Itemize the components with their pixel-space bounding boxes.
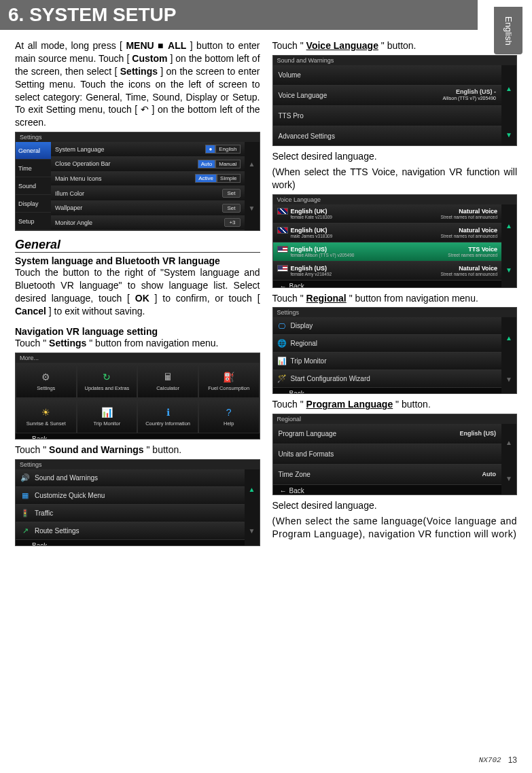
tile-calculator[interactable]: 🖩Calculator [137, 363, 198, 398]
lbl: Sunrise & Sunset [26, 421, 66, 427]
sidebar-item-sound[interactable]: Sound [16, 177, 51, 195]
row-main-menu-icons[interactable]: Main Menu Icons Active Simple [51, 172, 245, 187]
language-pill[interactable]: ● English [205, 145, 240, 154]
cancel-label: Cancel [15, 306, 46, 317]
row-advanced-settings[interactable]: Advanced Settings [273, 126, 502, 146]
screenshot-nav-more: More... ⚙Settings ↻Updates and Extras 🖩C… [15, 353, 260, 439]
opt[interactable]: Simple [217, 174, 240, 183]
opt[interactable]: Active [195, 174, 217, 183]
back-button[interactable]: Back [273, 388, 502, 394]
grid-icon: ▦ [20, 490, 31, 501]
opt[interactable]: Manual [215, 160, 240, 168]
lang-en-uk-kate[interactable]: English (UK)female Kate v218309 Natural … [273, 204, 502, 223]
detail: female Kate v218309 [291, 215, 332, 219]
scroll-up-icon[interactable]: ▲ [501, 317, 516, 359]
pill[interactable]: Auto Manual [198, 160, 241, 168]
lbl: Close Operation Bar [55, 160, 111, 167]
pill[interactable]: Active Simple [195, 174, 240, 183]
detail: female Amy v218492 [291, 272, 332, 276]
lbl: Fuel Consumption [208, 386, 249, 391]
screenshot-regional: Regional Program LanguageEnglish (US) Un… [272, 414, 518, 495]
list: 🖵Display 🌐Regional 📊Trip Monitor 🪄Start … [273, 317, 502, 394]
back-button[interactable]: Back [16, 433, 260, 439]
opt[interactable]: Auto [198, 160, 215, 168]
row-route-settings[interactable]: ↗Route Settings [16, 522, 245, 540]
txt: " button from navigation menu. [89, 338, 218, 348]
lang-en-us-amy[interactable]: English (US)female Amy v218492 Natural V… [273, 262, 502, 281]
row-voice-language[interactable]: Voice Language English (US) - Allison (T… [273, 86, 502, 106]
scroll-down-icon[interactable]: ▼ [501, 111, 516, 146]
intro-paragraph: At all mode, long press [ MENU ■ ALL ] b… [15, 39, 260, 129]
scroll-down-icon[interactable]: ▼ [501, 359, 516, 395]
scroll-up-icon[interactable]: ▲ [245, 142, 260, 186]
chart-icon: 📊 [99, 405, 114, 420]
row-tripmon[interactable]: 📊Trip Monitor [273, 353, 502, 370]
screenshot-nav-settings-list: Settings 🔊Sound and Warnings ▦Customize … [15, 459, 260, 546]
tile-sunrise[interactable]: ☀Sunrise & Sunset [16, 398, 77, 433]
lbl: Voice Language [279, 92, 327, 99]
para-tts-note: (When select the TTS Voice, navigation V… [272, 166, 518, 192]
note: Street names not announced [441, 215, 497, 219]
row-illum-color[interactable]: Illum Color Set [51, 186, 245, 201]
lbl: Display [291, 322, 313, 329]
row-close-op-bar[interactable]: Close Operation Bar Auto Manual [51, 157, 245, 172]
para-select2: Select desired language. [272, 499, 518, 512]
tile-tripmon[interactable]: 📊Trip Monitor [77, 398, 138, 433]
row-monitor-angle[interactable]: Monitor Angle +3 [51, 216, 245, 231]
tile-updates[interactable]: ↻Updates and Extras [77, 363, 138, 398]
lang-en-us-allison[interactable]: English (US)female Allison (TTS v7) v205… [273, 242, 502, 262]
tile-settings[interactable]: ⚙Settings [16, 363, 77, 398]
help-icon: ? [221, 405, 236, 420]
row-tts-pro[interactable]: TTS Pro [273, 106, 502, 126]
lbl: Help [224, 421, 234, 427]
set-button[interactable]: Set [222, 204, 240, 213]
row-customize-quick[interactable]: ▦Customize Quick Menu [16, 487, 245, 505]
txt: ] to exit without saving. [49, 306, 145, 317]
set-button[interactable]: Set [222, 189, 240, 198]
scroll-up-icon[interactable]: ▲ [245, 469, 260, 511]
row-wallpaper[interactable]: Wallpaper Set [51, 201, 245, 216]
menu-all-label: MENU ■ ALL [126, 40, 186, 51]
custom-label: Custom [132, 53, 167, 64]
route-icon: ↗ [20, 525, 31, 536]
back-button[interactable]: Back [273, 281, 502, 288]
scroll-down-icon[interactable]: ▼ [501, 248, 516, 288]
scroll-down-icon[interactable]: ▼ [245, 510, 260, 546]
lbl: TTS Pro [279, 112, 304, 120]
tile-fuel[interactable]: ⛽Fuel Consumption [198, 363, 260, 398]
list: 🔊Sound and Warnings ▦Customize Quick Men… [16, 469, 245, 546]
row-sound-warnings[interactable]: 🔊Sound and Warnings [16, 469, 245, 487]
row-traffic[interactable]: 🚦Traffic [16, 505, 245, 522]
scroll-down-icon[interactable]: ▼ [245, 186, 260, 230]
back-button[interactable]: Back [16, 540, 245, 546]
lang-en-uk-james[interactable]: English (UK)male James v318309 Natural V… [273, 223, 502, 242]
lbl: Monitor Angle [55, 219, 92, 226]
sidebar-item-time[interactable]: Time [16, 160, 51, 177]
row-program-language[interactable]: Program LanguageEnglish (US) [273, 424, 502, 444]
scroll-up-icon[interactable]: ▲ [501, 424, 516, 461]
sidebar-item-display[interactable]: Display [16, 195, 51, 213]
flag-uk-icon [277, 227, 288, 234]
row-start-wizard[interactable]: 🪄Start Configuration Wizard [273, 370, 502, 388]
scroll-up-icon[interactable]: ▲ [501, 204, 516, 249]
row-time-zone[interactable]: Time ZoneAuto [273, 465, 502, 485]
row-system-language[interactable]: System Language ● English [51, 142, 245, 157]
sidebar-item-setup[interactable]: Setup [16, 213, 51, 230]
sidebar-item-general[interactable]: General [16, 142, 51, 160]
row-volume[interactable]: Volume [273, 65, 502, 86]
scroll-up-icon[interactable]: ▲ [501, 65, 516, 112]
tile-country[interactable]: ℹCountry Information [137, 398, 198, 433]
lbl: Main Menu Icons [55, 175, 102, 182]
tile-help[interactable]: ?Help [198, 398, 260, 433]
scroll-down-icon[interactable]: ▼ [501, 461, 516, 496]
lbl: System Language [55, 146, 105, 153]
back-button[interactable]: Back [273, 485, 502, 495]
lbl: Start Configuration Wizard [291, 375, 370, 382]
shot-title: Sound and Warnings [273, 56, 517, 65]
row-units-formats[interactable]: Units and Formats [273, 444, 502, 465]
list: Volume Voice Language English (US) - All… [273, 65, 502, 146]
angle-button[interactable]: +3 [224, 218, 240, 227]
row-regional[interactable]: 🌐Regional [273, 335, 502, 353]
settings-label: Settings [49, 338, 86, 348]
row-display[interactable]: 🖵Display [273, 317, 502, 335]
